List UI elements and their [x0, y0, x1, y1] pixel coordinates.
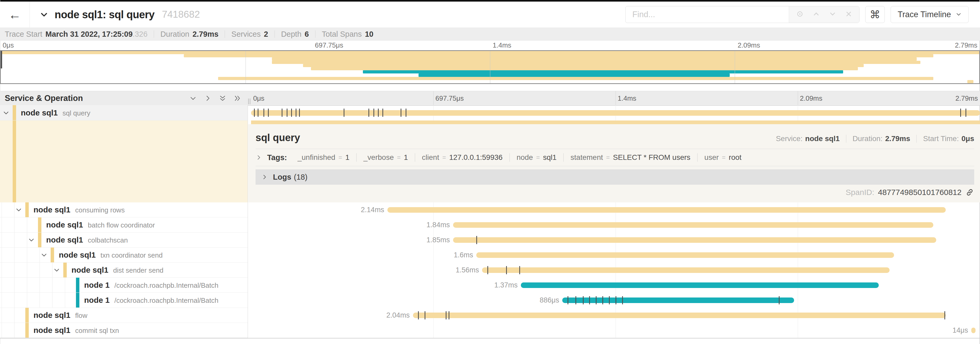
span-bar-row[interactable]: 1.6ms: [251, 248, 980, 262]
chevron-down-icon[interactable]: [41, 251, 48, 258]
panel-splitter[interactable]: [248, 99, 250, 104]
span-bar[interactable]: [562, 298, 794, 303]
trace-minimap[interactable]: [0, 50, 980, 84]
keyboard-shortcuts-button[interactable]: ⌘: [865, 6, 885, 23]
tree-row[interactable]: node sql1flow: [0, 308, 248, 323]
tag-key: client: [422, 153, 439, 162]
chevron-down-icon[interactable]: [53, 267, 60, 274]
find-input[interactable]: [625, 6, 789, 23]
minimap-span-bar: [418, 74, 730, 77]
span-bar[interactable]: [387, 207, 946, 213]
tags-section[interactable]: Tags: _unfinished=1_verbose=1client=127.…: [256, 149, 974, 166]
service-name: node sql1: [33, 311, 70, 320]
tag-item: node=sql1: [509, 153, 563, 162]
chevron-down-icon[interactable]: [28, 237, 35, 243]
span-bar-row[interactable]: 2.04ms: [251, 308, 980, 323]
span-color-strip: [13, 105, 16, 120]
tree-row[interactable]: node sql1consuming rows: [0, 202, 248, 218]
span-bar[interactable]: [482, 267, 889, 273]
minimap-gridline: [735, 51, 735, 83]
operation-name: sql query: [62, 109, 91, 117]
span-color-strip: [76, 278, 80, 293]
trace-title-group: node sql1: sql query 7418682: [40, 9, 200, 21]
span-bar-row[interactable]: 1.37ms: [251, 278, 980, 293]
span-bar-row[interactable]: 1.56ms: [251, 262, 980, 278]
span-bar[interactable]: [971, 328, 976, 333]
span-bar-row[interactable]: 1.85ms: [251, 232, 980, 248]
span-color-strip: [38, 232, 41, 247]
span-duration-label: 1.85ms: [426, 232, 453, 248]
stat-duration: Duration2.79ms: [148, 30, 218, 38]
log-marker: [264, 109, 264, 117]
tree-row[interactable]: node sql1commit sql txn: [0, 323, 248, 338]
span-bar[interactable]: [413, 312, 946, 318]
span-bar-row[interactable]: 14μs: [251, 323, 980, 338]
span-bar[interactable]: [453, 222, 933, 228]
span-bar[interactable]: [453, 237, 937, 243]
indent-guide: [14, 248, 14, 262]
operation-name: flow: [75, 312, 87, 320]
span-color-strip: [76, 293, 80, 307]
axis-tick: 2.79ms: [956, 94, 978, 102]
span-bar-row[interactable]: 2.14ms: [251, 202, 980, 218]
back-button[interactable]: ←: [0, 2, 30, 27]
detail-duration: Duration:2.79ms: [853, 134, 910, 143]
collapse-trace-icon[interactable]: [40, 10, 48, 19]
span-bar[interactable]: [476, 252, 894, 258]
span-bar[interactable]: [521, 282, 879, 288]
chevron-down-icon[interactable]: [15, 206, 22, 213]
span-id-label: SpanID:: [846, 188, 874, 197]
indent-guide: [14, 323, 14, 338]
locate-icon[interactable]: [796, 10, 804, 19]
minimap-axis: 0μs 697.75μs 1.4ms 2.09ms 2.79ms: [0, 41, 980, 50]
operation-name: consuming rows: [75, 206, 125, 214]
timeline-body: node sql1sql querynode sql1consuming row…: [0, 105, 980, 338]
stat-depth: Depth6: [268, 30, 309, 38]
indent-guide: [14, 262, 14, 277]
span-name: node sql1sql query: [21, 108, 91, 117]
span-tree: node sql1sql querynode sql1consuming row…: [0, 105, 248, 338]
tree-row[interactable]: node 1/cockroach.roachpb.Internal/Batch: [0, 293, 248, 308]
tree-row[interactable]: node sql1txn coordinator send: [0, 248, 248, 262]
expand-all-icon[interactable]: [234, 94, 241, 102]
span-duration-label: 1.56ms: [456, 262, 482, 278]
expand-one-icon[interactable]: [204, 94, 212, 102]
collapse-one-icon[interactable]: [189, 94, 197, 102]
tree-row[interactable]: node 1/cockroach.roachpb.Internal/Batch: [0, 278, 248, 293]
view-options-button[interactable]: Trace Timeline: [891, 6, 969, 23]
indent-guide: [40, 278, 40, 293]
tree-row[interactable]: node sql1sql query: [0, 105, 248, 120]
logs-label: Logs: [273, 173, 291, 181]
logs-section[interactable]: Logs (18): [256, 170, 974, 185]
span-color-strip: [51, 248, 54, 262]
indent-guide: [2, 323, 2, 338]
find-prev-icon[interactable]: [812, 10, 820, 19]
span-bar-row[interactable]: 886μs: [251, 293, 980, 308]
span-bar[interactable]: [251, 110, 980, 116]
minimap-drag-handle[interactable]: [1, 51, 2, 69]
tag-key: _verbose: [363, 153, 394, 162]
detail-service: Service:node sql1: [776, 134, 840, 143]
stat-services: Services2: [218, 30, 268, 38]
span-detail-panel: sql query Service:node sql1 Duration:2.7…: [248, 124, 980, 202]
tree-row[interactable]: node sql1batch flow coordinator: [0, 218, 248, 232]
indent-guide: [52, 278, 52, 293]
collapse-all-icon[interactable]: [219, 94, 226, 102]
tree-row[interactable]: node sql1dist sender send: [0, 262, 248, 278]
link-icon[interactable]: [965, 188, 974, 197]
tree-row[interactable]: node sql1colbatchscan: [0, 232, 248, 248]
find-clear-icon[interactable]: [845, 10, 852, 19]
stat-trace-start: Trace StartMarch 31 2022, 17:25:09.326: [5, 30, 148, 38]
span-bar-row[interactable]: [251, 105, 980, 120]
log-marker: [382, 109, 383, 117]
find-next-icon[interactable]: [829, 10, 837, 19]
span-color-strip: [38, 218, 41, 232]
span-bar-row[interactable]: 1.84ms: [251, 218, 980, 232]
span-color-strip: [63, 262, 67, 277]
log-marker: [282, 109, 282, 117]
minimap-span-bar: [272, 61, 921, 64]
span-color-strip: [25, 308, 29, 323]
chevron-right-icon: [261, 174, 268, 180]
log-marker: [449, 311, 449, 320]
chevron-down-icon[interactable]: [3, 109, 10, 116]
